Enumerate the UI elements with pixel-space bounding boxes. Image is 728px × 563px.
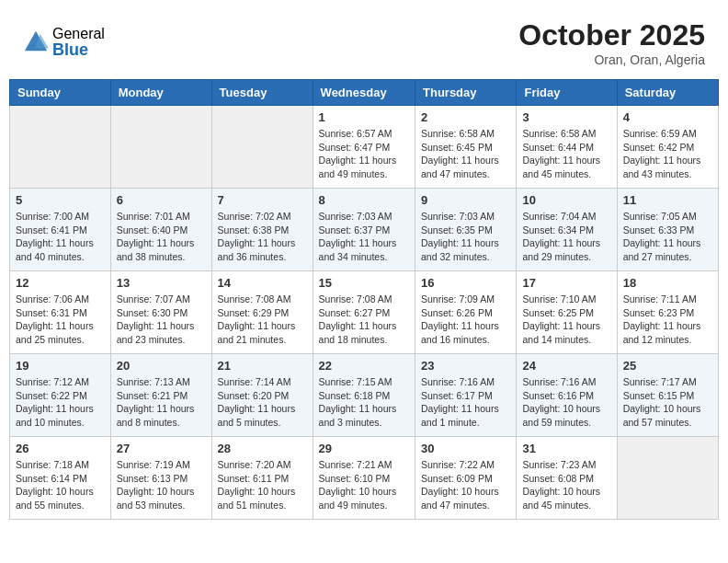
day-info: Sunrise: 7:16 AMSunset: 6:17 PMDaylight:… [421,375,510,430]
day-info: Sunrise: 7:14 AMSunset: 6:20 PMDaylight:… [218,375,307,430]
day-info: Sunrise: 7:03 AMSunset: 6:35 PMDaylight:… [421,210,510,264]
day-number: 20 [117,359,206,373]
table-row: 8Sunrise: 7:03 AMSunset: 6:37 PMDaylight… [313,189,415,271]
day-info: Sunrise: 6:58 AMSunset: 6:45 PMDaylight:… [421,127,510,181]
col-monday: Monday [110,80,211,106]
month-year: October 2025 [518,18,705,52]
table-row: 22Sunrise: 7:15 AMSunset: 6:18 PMDayligh… [313,354,415,437]
calendar-header-row: Sunday Monday Tuesday Wednesday Thursday… [10,80,719,106]
logo-general: General [52,26,105,42]
day-info: Sunrise: 7:15 AMSunset: 6:18 PMDaylight:… [319,375,409,430]
logo-blue: Blue [52,41,105,60]
day-info: Sunrise: 7:02 AMSunset: 6:38 PMDaylight:… [218,210,307,264]
day-number: 30 [421,442,510,455]
day-info: Sunrise: 7:21 AMSunset: 6:10 PMDaylight:… [319,458,409,512]
logo-icon [23,29,49,55]
day-number: 27 [117,442,206,455]
day-info: Sunrise: 7:08 AMSunset: 6:29 PMDaylight:… [218,293,307,347]
day-number: 22 [319,359,409,373]
day-info: Sunrise: 7:11 AMSunset: 6:23 PMDaylight:… [623,293,712,347]
table-row: 26Sunrise: 7:18 AMSunset: 6:14 PMDayligh… [10,437,111,520]
table-row [10,106,111,189]
table-row: 13Sunrise: 7:07 AMSunset: 6:30 PMDayligh… [110,271,211,354]
table-row: 19Sunrise: 7:12 AMSunset: 6:22 PMDayligh… [10,354,111,437]
logo-text: General Blue [52,26,105,60]
day-number: 3 [522,110,610,124]
day-number: 7 [218,193,307,207]
col-saturday: Saturday [617,80,718,106]
day-number: 14 [218,276,307,290]
table-row: 11Sunrise: 7:05 AMSunset: 6:33 PMDayligh… [617,189,718,271]
day-info: Sunrise: 7:07 AMSunset: 6:30 PMDaylight:… [117,293,206,347]
table-row: 20Sunrise: 7:13 AMSunset: 6:21 PMDayligh… [110,354,211,437]
table-row: 3Sunrise: 6:58 AMSunset: 6:44 PMDaylight… [517,106,617,189]
title-block: October 2025 Oran, Oran, Algeria [518,18,705,67]
day-number: 4 [623,110,712,124]
day-number: 15 [319,276,409,290]
day-info: Sunrise: 7:20 AMSunset: 6:11 PMDaylight:… [218,458,307,512]
day-number: 28 [218,442,307,455]
day-info: Sunrise: 7:23 AMSunset: 6:08 PMDaylight:… [522,458,610,512]
table-row: 9Sunrise: 7:03 AMSunset: 6:35 PMDaylight… [415,189,517,271]
col-wednesday: Wednesday [313,80,415,106]
calendar-row: 1Sunrise: 6:57 AMSunset: 6:47 PMDaylight… [10,106,719,189]
day-number: 18 [623,276,712,290]
table-row: 27Sunrise: 7:19 AMSunset: 6:13 PMDayligh… [110,437,211,520]
day-number: 2 [421,110,510,124]
day-info: Sunrise: 6:57 AMSunset: 6:47 PMDaylight:… [319,127,409,181]
calendar-row: 19Sunrise: 7:12 AMSunset: 6:22 PMDayligh… [10,354,719,437]
day-info: Sunrise: 7:19 AMSunset: 6:13 PMDaylight:… [117,458,206,512]
table-row: 21Sunrise: 7:14 AMSunset: 6:20 PMDayligh… [211,354,313,437]
day-info: Sunrise: 7:22 AMSunset: 6:09 PMDaylight:… [421,458,510,512]
table-row [110,106,211,189]
table-row: 28Sunrise: 7:20 AMSunset: 6:11 PMDayligh… [211,437,313,520]
table-row: 18Sunrise: 7:11 AMSunset: 6:23 PMDayligh… [617,271,718,354]
table-row: 14Sunrise: 7:08 AMSunset: 6:29 PMDayligh… [211,271,313,354]
day-number: 13 [117,276,206,290]
table-row: 16Sunrise: 7:09 AMSunset: 6:26 PMDayligh… [415,271,517,354]
table-row: 25Sunrise: 7:17 AMSunset: 6:15 PMDayligh… [617,354,718,437]
table-row: 31Sunrise: 7:23 AMSunset: 6:08 PMDayligh… [517,437,617,520]
day-number: 12 [16,276,105,290]
day-info: Sunrise: 7:08 AMSunset: 6:27 PMDaylight:… [319,293,409,347]
calendar-table: Sunday Monday Tuesday Wednesday Thursday… [9,79,719,520]
day-info: Sunrise: 7:04 AMSunset: 6:34 PMDaylight:… [522,210,610,264]
calendar-row: 5Sunrise: 7:00 AMSunset: 6:41 PMDaylight… [10,189,719,271]
table-row: 7Sunrise: 7:02 AMSunset: 6:38 PMDaylight… [211,189,313,271]
day-number: 29 [319,442,409,455]
day-number: 19 [16,359,105,373]
day-info: Sunrise: 6:58 AMSunset: 6:44 PMDaylight:… [522,127,610,181]
day-number: 6 [117,193,206,207]
day-number: 10 [522,193,610,207]
table-row: 29Sunrise: 7:21 AMSunset: 6:10 PMDayligh… [313,437,415,520]
table-row: 1Sunrise: 6:57 AMSunset: 6:47 PMDaylight… [313,106,415,189]
location: Oran, Oran, Algeria [518,52,705,67]
day-number: 21 [218,359,307,373]
day-info: Sunrise: 7:01 AMSunset: 6:40 PMDaylight:… [117,210,206,264]
day-number: 24 [522,359,610,373]
page-header: General Blue October 2025 Oran, Oran, Al… [9,9,719,72]
table-row: 5Sunrise: 7:00 AMSunset: 6:41 PMDaylight… [10,189,111,271]
day-info: Sunrise: 7:03 AMSunset: 6:37 PMDaylight:… [319,210,409,264]
day-number: 26 [16,442,105,455]
table-row: 10Sunrise: 7:04 AMSunset: 6:34 PMDayligh… [517,189,617,271]
table-row: 12Sunrise: 7:06 AMSunset: 6:31 PMDayligh… [10,271,111,354]
table-row: 24Sunrise: 7:16 AMSunset: 6:16 PMDayligh… [517,354,617,437]
day-info: Sunrise: 7:06 AMSunset: 6:31 PMDaylight:… [16,293,105,347]
day-number: 5 [16,193,105,207]
table-row: 4Sunrise: 6:59 AMSunset: 6:42 PMDaylight… [617,106,718,189]
day-info: Sunrise: 7:10 AMSunset: 6:25 PMDaylight:… [522,293,610,347]
day-number: 23 [421,359,510,373]
table-row: 15Sunrise: 7:08 AMSunset: 6:27 PMDayligh… [313,271,415,354]
day-number: 1 [319,110,409,124]
table-row: 23Sunrise: 7:16 AMSunset: 6:17 PMDayligh… [415,354,517,437]
table-row: 17Sunrise: 7:10 AMSunset: 6:25 PMDayligh… [517,271,617,354]
col-friday: Friday [517,80,617,106]
col-tuesday: Tuesday [211,80,313,106]
day-info: Sunrise: 6:59 AMSunset: 6:42 PMDaylight:… [623,127,712,181]
col-thursday: Thursday [415,80,517,106]
day-number: 16 [421,276,510,290]
table-row [211,106,313,189]
day-info: Sunrise: 7:16 AMSunset: 6:16 PMDaylight:… [522,375,610,430]
day-number: 17 [522,276,610,290]
